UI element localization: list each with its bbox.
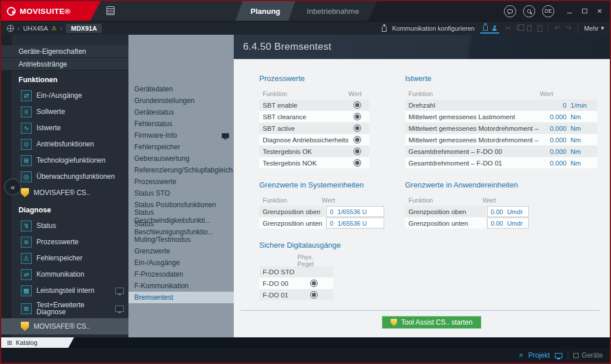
submenu-item-label: Gerätedaten <box>134 85 173 93</box>
minimize-button[interactable] <box>566 8 573 14</box>
status-bar: » Projekt Geräte <box>1 348 610 363</box>
section-title: Grenzwerte in Systemeinheiten <box>259 181 405 189</box>
tab-planung-label: Planung <box>251 7 280 16</box>
table-row: Diagnose Antriebssicherheitsfunktion <box>259 134 369 145</box>
feedback-icon[interactable] <box>504 5 516 17</box>
sidebar-item-istwerte[interactable]: ∿ Istwerte <box>1 120 128 136</box>
row-value: 0.000 <box>540 113 566 120</box>
tool-assist-start-button[interactable]: Tool Assist CS.. starten <box>382 316 481 329</box>
katalog-tab[interactable]: ⊞ Katalog <box>1 337 74 348</box>
submenu-item-status-beschleunigungsfunktionen[interactable]: Status Beschleunigungsfunktio... <box>128 222 234 234</box>
submenu-item-referenzierung[interactable]: Referenzierung/Schlupfabgleich <box>128 164 234 176</box>
sidebar-item-status[interactable]: ↯ Status <box>1 218 128 234</box>
sidebar-collapse-button[interactable]: « <box>4 178 21 196</box>
submenu-item-fehlerspeicher[interactable]: Fehlerspeicher <box>128 141 234 153</box>
submenu-item-status-sto[interactable]: Status STO <box>128 187 234 199</box>
sidebar-item-leistungsteil-intern[interactable]: ▦ Leistungsteil intern <box>1 282 128 299</box>
submenu-item-firmware-info[interactable]: Firmware-Info <box>128 130 234 141</box>
project-monitor-icon[interactable] <box>555 353 562 358</box>
value-field[interactable]: 0.00 Umdr <box>487 206 529 217</box>
devices-icon <box>573 353 579 358</box>
maximize-icon <box>582 9 587 13</box>
communication-icon: ⇌ <box>21 269 32 280</box>
breadcrumb-device-uhx45a[interactable]: UHX45A <box>23 25 48 32</box>
tab-inbetriebnahme[interactable]: Inbetriebnahme <box>295 1 370 21</box>
submenu-item-label: Status STO <box>134 189 170 197</box>
sidebar-item-label: Überwachungsfunktionen <box>36 172 115 181</box>
submenu-item-label: Status Positionsfunktionen <box>134 201 216 209</box>
collapse-panel-icon[interactable]: » <box>517 354 525 358</box>
safety-shield-icon <box>21 188 29 197</box>
status-icon: ↯ <box>21 220 32 231</box>
status-cell <box>348 148 366 155</box>
submenu-item-prozesswerte[interactable]: Prozesswerte <box>128 176 234 187</box>
sidebar-item-antriebsstraenge[interactable]: Antriebsstränge <box>1 58 128 71</box>
page-title: 6.4.50 Bremsentest <box>243 41 332 53</box>
maximize-button[interactable] <box>581 8 588 14</box>
sidebar-item-label: Antriebsfunktionen <box>36 140 94 148</box>
sidebar-item-sollwerte[interactable]: ≡ Sollwerte <box>1 104 128 120</box>
row-label: SBT active <box>263 125 348 132</box>
table-row: Gesamtdrehmoment – F-DO 00 0.000 Nm <box>405 146 597 157</box>
submenu-item-ein-ausgaenge[interactable]: Ein-/Ausgänge <box>128 257 234 269</box>
table-header: Phys. Pegel <box>259 255 333 266</box>
section-sichere-digitalausgaenge: Sichere Digitalausgänge Phys. Pegel F-DO… <box>259 241 405 301</box>
status-indicator-icon <box>354 113 361 120</box>
submenu-item-label: Ein-/Ausgänge <box>134 259 180 267</box>
close-button[interactable]: ✕ <box>596 8 603 14</box>
communication-configure-label[interactable]: Kommunikation konfigurieren <box>392 25 474 32</box>
sidebar-item-label: Kommunikation <box>36 270 84 278</box>
table-header: Funktion Wert <box>405 88 597 100</box>
geraete-label: Geräte <box>581 351 603 359</box>
status-indicator-icon <box>354 101 361 109</box>
action-row: Tool Assist CS.. starten <box>259 316 604 329</box>
power-section-icon: ▦ <box>21 285 32 296</box>
sidebar-item-fehlerspeicher[interactable]: ⚠ Fehlerspeicher <box>1 250 128 266</box>
submenu-item-bremsentest[interactable]: Bremsentest <box>128 292 234 303</box>
sidebar-item-kommunikation[interactable]: ⇌ Kommunikation <box>1 266 128 282</box>
sidebar-item-prozesswerte[interactable]: ≋ Prozesswerte <box>1 234 128 250</box>
sidebar-item-ein-ausgaenge[interactable]: ⇄ Ein-/Ausgänge <box>1 87 128 104</box>
submenu-item-f-kommunikation[interactable]: F-Kommunikation <box>128 280 234 292</box>
prozesswerte-table: Funktion Wert SBT enable SBT clearance <box>259 88 369 168</box>
istwerte-table: Funktion Wert Drehzahl 0 1/min Mittelwer… <box>405 88 597 168</box>
catalog-book-icon[interactable] <box>106 6 115 15</box>
projekt-tab[interactable]: Projekt <box>528 351 550 359</box>
submenu-item-geraetestatus[interactable]: Gerätestatus <box>128 106 234 118</box>
sidebar-item-geraete-eigenschaften[interactable]: Geräte-Eigenschaften <box>1 45 128 58</box>
more-menu-button[interactable]: Mehr ▾ <box>584 24 604 32</box>
row-value: 0.000 <box>540 125 566 132</box>
toolbar-divider <box>548 24 549 32</box>
communication-configure-icon[interactable] <box>382 27 387 32</box>
toolbar-actions: Kommunikation konfigurieren ✂ ↶ ↷ Mehr ▾ <box>382 23 604 34</box>
column-funktion: Funktion <box>263 90 348 97</box>
row-label: Grenzposition unten <box>405 218 486 229</box>
row-value: 0.00 <box>491 220 503 227</box>
network-icon[interactable] <box>7 25 14 32</box>
sidebar-item-antriebsfunktionen[interactable]: ⊙ Antriebsfunktionen <box>1 136 128 152</box>
tab-inbetriebnahme-label: Inbetriebnahme <box>307 7 359 16</box>
communication-mode-toggle[interactable] <box>480 23 499 34</box>
submenu-item-f-prozessdaten[interactable]: F-Prozessdaten <box>128 269 234 280</box>
status-indicator-icon <box>354 148 361 155</box>
submenu-item-fehlerstatus[interactable]: Fehlerstatus <box>128 118 234 130</box>
sidebar-item-technologiefunktionen[interactable]: ⊞ Technologiefunktionen <box>1 152 128 168</box>
submenu-item-geraetedaten[interactable]: Gerätedaten <box>128 83 234 95</box>
tab-planung[interactable]: Planung <box>235 1 295 21</box>
submenu-item-grundeinstellungen[interactable]: Grundeinstellungen <box>128 95 234 106</box>
row-label: Mittelwert gemessenes Motordrehmoment – … <box>408 125 540 132</box>
submenu-item-geberauswertung[interactable]: Geberauswertung <box>128 153 234 164</box>
row-label: Testergebnis NOK <box>263 160 348 167</box>
column-wert: Wert <box>540 90 594 97</box>
value-field[interactable]: 0 1/65536 U <box>326 218 384 229</box>
table-row: F-DO STO <box>259 266 333 277</box>
sidebar-item-test-erweiterte-diagnose[interactable]: ⊞ Test+Erweiterte Diagnose <box>1 299 128 318</box>
value-field[interactable]: 0.00 Umdr <box>487 218 529 229</box>
language-badge[interactable]: DE <box>542 5 554 17</box>
submenu-item-grenzwerte[interactable]: Grenzwerte <box>128 245 234 257</box>
sidebar-item-movisafe-diagnose[interactable]: MOVISAFE® CS.. <box>1 318 128 334</box>
value-field[interactable]: 0 1/65536 U <box>326 206 384 217</box>
geraete-tab[interactable]: Geräte <box>573 351 603 359</box>
search-icon[interactable] <box>523 5 535 17</box>
breadcrumb-device-mdx91a[interactable]: MDX91A <box>66 24 102 33</box>
